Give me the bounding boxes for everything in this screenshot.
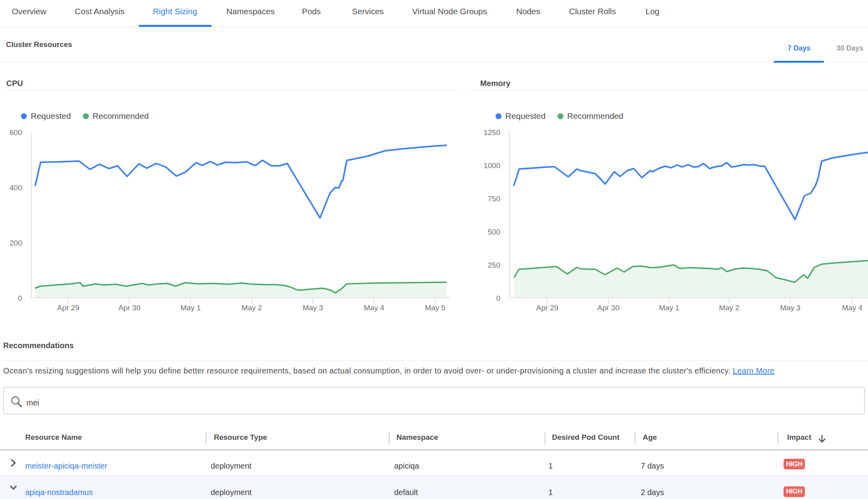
svg-text:May 4: May 4 [842,304,862,312]
svg-text:500: 500 [488,228,500,236]
svg-text:1250: 1250 [484,128,500,137]
svg-text:0: 0 [496,294,500,302]
svg-text:600: 600 [9,128,22,137]
svg-text:Apr 29: Apr 29 [57,304,79,312]
svg-text:May 3: May 3 [303,304,323,312]
svg-text:May 5: May 5 [425,304,445,312]
svg-text:May 2: May 2 [719,304,739,312]
svg-text:400: 400 [9,184,22,192]
svg-text:750: 750 [488,195,500,203]
svg-text:0: 0 [18,294,22,302]
svg-text:May 4: May 4 [364,304,384,312]
svg-text:Apr 29: Apr 29 [536,304,558,312]
svg-text:200: 200 [9,239,22,247]
svg-text:May 1: May 1 [180,304,201,312]
svg-text:1000: 1000 [484,161,500,170]
svg-text:250: 250 [488,261,500,269]
svg-text:May 2: May 2 [241,304,262,312]
svg-text:May 3: May 3 [780,304,801,312]
svg-text:Apr 30: Apr 30 [597,304,619,312]
svg-text:Apr 30: Apr 30 [118,304,140,312]
svg-text:May 1: May 1 [659,304,679,312]
